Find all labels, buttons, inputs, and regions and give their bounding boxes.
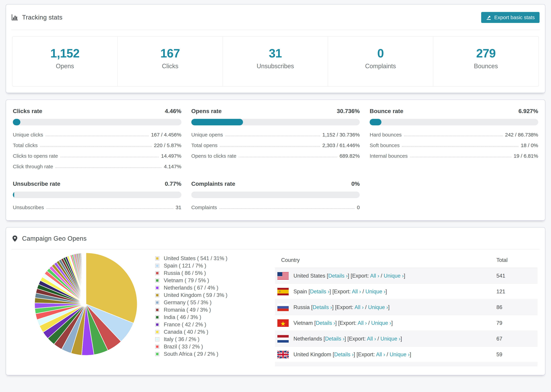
legend-item-romania[interactable]: Romania ( 49 / 3% ) xyxy=(155,306,275,314)
dotted-leader xyxy=(219,208,354,209)
stats-summary-row: 1,152Opens167Clicks31Unsubscribes0Compla… xyxy=(12,36,539,87)
export-unique-link[interactable]: Unique › xyxy=(380,336,400,342)
export-unique-link[interactable]: Unique › xyxy=(371,320,391,326)
legend-item-russia[interactable]: Russia ( 86 / 5% ) xyxy=(155,269,275,277)
geo-table-row-us: United States [Details ›] [Export: All ›… xyxy=(275,268,537,284)
country-cell: United States [Details ›] [Export: All ›… xyxy=(293,273,496,279)
legend-item-netherlands[interactable]: Netherlands ( 67 / 4% ) xyxy=(155,284,275,291)
rate-detail-row: Unique opens1,152 / 30.736% xyxy=(191,132,360,138)
rate-progress-bar xyxy=(191,192,360,198)
country-cell: United Kingdom [Details ›] [Export: All … xyxy=(293,351,496,358)
legend-item-india[interactable]: India ( 46 / 3% ) xyxy=(155,314,275,321)
rate-title: Opens rate xyxy=(191,108,222,114)
page-title: Tracking stats xyxy=(22,14,63,21)
export-unique-link[interactable]: Unique › xyxy=(384,273,404,279)
country-name: Spain xyxy=(293,288,309,294)
stat-clicks: 167Clicks xyxy=(118,37,223,86)
export-all-link[interactable]: All › xyxy=(358,320,367,326)
tracking-stats-header: Tracking stats Export basic stats xyxy=(11,4,540,30)
dotted-leader xyxy=(60,157,159,157)
legend-swatch xyxy=(155,337,159,341)
ru-flag-icon xyxy=(277,304,289,311)
details-link[interactable]: Details › xyxy=(313,304,332,310)
stat-label: Clicks xyxy=(118,63,223,70)
details-link[interactable]: Details › xyxy=(328,273,348,279)
rate-value: 6.927% xyxy=(518,108,538,114)
vn-flag-icon xyxy=(277,319,289,327)
legend-label: South Africa ( 29 / 2% ) xyxy=(164,351,218,357)
rate-detail-label: Unsubscribes xyxy=(13,204,44,210)
rate-detail-label: Complaints xyxy=(191,204,217,210)
country-name: Netherlands xyxy=(293,336,324,342)
legend-label: Netherlands ( 67 / 4% ) xyxy=(164,285,218,291)
export-all-link[interactable]: All › xyxy=(352,288,361,294)
legend-swatch xyxy=(155,330,159,334)
legend-item-united-kingdom[interactable]: United Kingdom ( 59 / 3% ) xyxy=(155,291,275,299)
rate-detail-value: 0 xyxy=(357,204,360,210)
export-all-link[interactable]: All › xyxy=(354,304,364,310)
dotted-leader xyxy=(46,136,149,136)
export-all-link[interactable]: All › xyxy=(370,273,379,279)
legend-swatch xyxy=(155,256,159,260)
geo-pie-chart xyxy=(12,252,155,366)
legend-item-germany[interactable]: Germany ( 55 / 3% ) xyxy=(155,299,275,306)
legend-swatch xyxy=(155,308,159,312)
legend-swatch xyxy=(155,322,159,327)
legend-item-united-states[interactable]: United States ( 541 / 31% ) xyxy=(155,255,275,262)
legend-item-italy[interactable]: Italy ( 36 / 2% ) xyxy=(155,336,275,343)
export-all-link[interactable]: All › xyxy=(376,351,385,357)
export-all-link[interactable]: All › xyxy=(367,336,376,342)
rate-detail-row: Unique clicks167 / 4.456% xyxy=(13,132,181,138)
dotted-leader xyxy=(56,168,162,168)
legend-item-canada[interactable]: Canada ( 40 / 2% ) xyxy=(155,328,275,336)
country-name: Vietnam xyxy=(293,320,314,326)
geo-table-clip: CountryTotalUnited States [Details ›] [E… xyxy=(275,257,537,366)
legend-item-france[interactable]: France ( 42 / 2% ) xyxy=(155,321,275,328)
legend-label: Italy ( 36 / 2% ) xyxy=(164,336,199,343)
details-link[interactable]: Details › xyxy=(316,320,335,326)
stat-label: Opens xyxy=(13,63,117,70)
es-flag-icon xyxy=(277,288,289,295)
geo-table-row-gb: United Kingdom [Details ›] [Export: All … xyxy=(275,347,537,362)
legend-item-south-africa[interactable]: South Africa ( 29 / 2% ) xyxy=(155,350,275,358)
rate-detail-label: Opens to clicks rate xyxy=(191,153,236,159)
legend-item-spain[interactable]: Spain ( 121 / 7% ) xyxy=(155,262,275,269)
rate-detail-row: Click through rate4.147% xyxy=(13,164,181,169)
rate-value: 30.736% xyxy=(337,108,360,114)
legend-label: United States ( 541 / 31% ) xyxy=(164,255,227,261)
legend-label: Canada ( 40 / 2% ) xyxy=(164,329,208,335)
page: Tracking stats Export basic stats 1,152O… xyxy=(0,0,551,375)
stat-complaints: 0Complaints xyxy=(328,37,433,86)
export-unique-link[interactable]: Unique › xyxy=(365,288,385,294)
legend-swatch xyxy=(155,345,159,349)
details-link[interactable]: Details › xyxy=(325,336,345,342)
rate-title: Clicks rate xyxy=(13,108,42,114)
details-link[interactable]: Details › xyxy=(334,351,354,357)
legend-item-vietnam[interactable]: Vietnam ( 79 / 5% ) xyxy=(155,277,275,284)
export-unique-link[interactable]: Unique › xyxy=(368,304,388,310)
rate-block-unsubscribe-rate: Unsubscribe rate0.77%Unsubscribes31 xyxy=(13,181,181,210)
rate-progress-fill xyxy=(370,119,381,125)
total-cell: 59 xyxy=(496,351,537,358)
rate-detail-value: 18 / 0% xyxy=(521,142,538,148)
pie-slice-other-45[interactable] xyxy=(86,253,86,304)
details-link[interactable]: Details › xyxy=(310,288,330,294)
rate-detail-value: 1,152 / 30.736% xyxy=(322,132,360,138)
legend-swatch xyxy=(155,286,159,290)
rate-detail-row: Total opens2,303 / 61.446% xyxy=(191,142,360,148)
rate-detail-value: 220 / 5.87% xyxy=(154,142,181,148)
legend-item-brazil[interactable]: Brazil ( 33 / 2% ) xyxy=(155,343,275,350)
geo-table-row-ru: Russia [Details ›] [Export: All › / Uniq… xyxy=(275,300,537,315)
dotted-leader xyxy=(220,146,320,147)
rate-progress-fill xyxy=(13,119,20,125)
legend-swatch xyxy=(155,352,159,356)
stat-opens: 1,152Opens xyxy=(13,37,118,86)
rate-detail-row: Clicks to opens rate14.497% xyxy=(13,153,181,159)
geo-legend: United States ( 541 / 31% )Spain ( 121 /… xyxy=(155,252,275,366)
legend-label: France ( 42 / 2% ) xyxy=(164,322,206,328)
total-cell: 86 xyxy=(496,304,537,310)
export-basic-stats-button[interactable]: Export basic stats xyxy=(481,12,540,23)
tracking-stats-card: Tracking stats Export basic stats 1,152O… xyxy=(6,4,545,93)
column-header-total: Total xyxy=(496,257,537,263)
export-unique-link[interactable]: Unique › xyxy=(390,351,410,357)
